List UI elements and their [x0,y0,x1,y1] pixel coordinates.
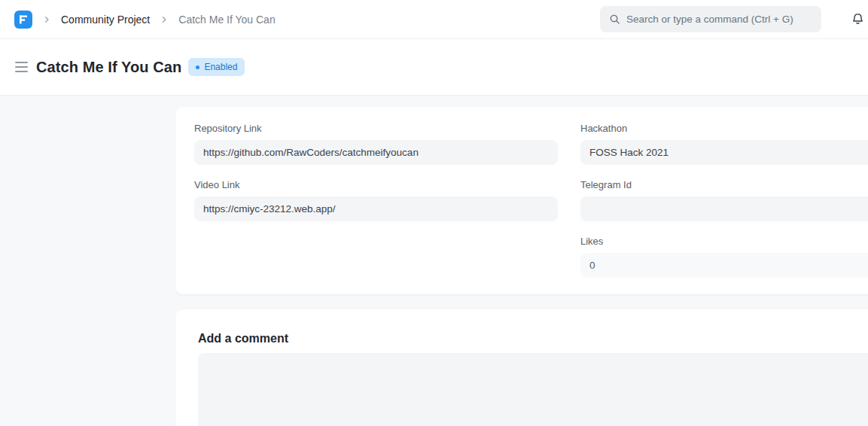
hamburger-icon [15,62,28,63]
page-head: Catch Me If You Can Enabled [0,39,868,96]
bell-icon [851,12,865,26]
status-badge-label: Enabled [204,62,237,72]
chevron-right-icon [160,15,169,24]
app-window: Community Project Catch Me If You Can [0,0,868,426]
field-label: Likes [580,236,868,247]
breadcrumb-current-doc: Catch Me If You Can [178,14,275,26]
frappe-logo-glyph [17,14,29,26]
field-label: Video Link [194,179,558,190]
global-search[interactable] [600,6,821,32]
field-likes: Likes [580,236,868,278]
form-column-left: Repository Link Video Link [194,123,558,275]
field-label: Repository Link [194,123,558,134]
search-input[interactable] [626,14,812,25]
field-telegram-id: Telegram Id [580,179,868,221]
frappe-logo[interactable] [14,11,32,29]
telegram-id-input[interactable] [580,196,868,221]
breadcrumb-community-project[interactable]: Community Project [61,14,150,26]
field-hackathon: Hackathon [580,123,868,165]
field-label: Hackathon [580,123,868,134]
form-section-card: Repository Link Video Link Hackathon Tel… [175,107,868,294]
page-body: Repository Link Video Link Hackathon Tel… [0,96,868,426]
hackathon-input[interactable] [580,140,868,165]
search-icon [609,14,620,25]
navbar-right [600,6,868,32]
chevron-right-icon [42,15,51,24]
likes-value [580,253,868,278]
sidebar-toggle-button[interactable] [15,62,28,72]
form-column-right: Hackathon Telegram Id Likes [580,123,868,275]
top-navbar: Community Project Catch Me If You Can [0,0,868,39]
status-badge: Enabled [188,58,245,76]
comments-section-card: Add a comment [175,309,868,426]
repository-link-input[interactable] [194,140,558,165]
notifications-bell-button[interactable] [849,11,866,28]
field-video-link: Video Link [194,179,558,221]
field-label: Telegram Id [580,179,868,190]
comment-input[interactable] [198,353,868,426]
add-comment-heading: Add a comment [198,332,868,345]
status-dot-icon [196,65,199,69]
field-repository-link: Repository Link [194,123,558,165]
video-link-input[interactable] [194,196,558,221]
page-title: Catch Me If You Can [36,59,181,76]
